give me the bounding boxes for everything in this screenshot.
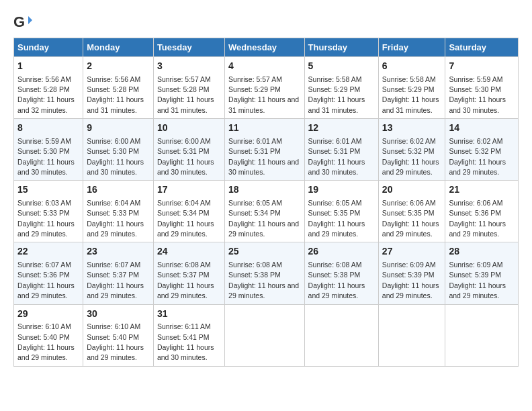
day-info: Sunrise: 6:02 AMSunset: 5:32 PMDaylight:…: [449, 137, 506, 176]
day-info: Sunrise: 6:08 AMSunset: 5:38 PMDaylight:…: [308, 261, 365, 300]
day-info: Sunrise: 5:57 AMSunset: 5:29 PMDaylight:…: [228, 75, 299, 114]
calendar-table: SundayMondayTuesdayWednesdayThursdayFrid…: [13, 38, 519, 367]
day-number: 15: [17, 183, 79, 197]
calendar-cell: 20 Sunrise: 6:06 AMSunset: 5:35 PMDaylig…: [378, 181, 445, 242]
calendar-cell: 9 Sunrise: 6:00 AMSunset: 5:30 PMDayligh…: [83, 119, 154, 181]
calendar-cell: 18 Sunrise: 6:05 AMSunset: 5:34 PMDaylig…: [225, 181, 304, 242]
calendar-cell: 16 Sunrise: 6:04 AMSunset: 5:33 PMDaylig…: [83, 181, 154, 242]
day-info: Sunrise: 6:09 AMSunset: 5:39 PMDaylight:…: [449, 261, 506, 300]
weekday-header-saturday: Saturday: [445, 38, 519, 57]
day-number: 18: [228, 183, 300, 197]
day-info: Sunrise: 6:08 AMSunset: 5:38 PMDaylight:…: [228, 261, 299, 300]
day-info: Sunrise: 5:56 AMSunset: 5:28 PMDaylight:…: [17, 75, 75, 114]
calendar-cell: 24 Sunrise: 6:08 AMSunset: 5:37 PMDaylig…: [153, 242, 224, 304]
day-info: Sunrise: 5:56 AMSunset: 5:28 PMDaylight:…: [87, 75, 144, 114]
day-info: Sunrise: 6:04 AMSunset: 5:33 PMDaylight:…: [87, 199, 144, 238]
day-number: 12: [308, 122, 375, 135]
day-number: 13: [382, 122, 442, 135]
day-number: 10: [157, 122, 221, 135]
day-number: 4: [228, 60, 300, 73]
day-info: Sunrise: 6:00 AMSunset: 5:31 PMDaylight:…: [157, 137, 214, 176]
day-info: Sunrise: 6:02 AMSunset: 5:32 PMDaylight:…: [382, 137, 439, 176]
day-number: 19: [308, 183, 375, 197]
logo-icon: G: [13, 13, 32, 32]
calendar-week-row: 22 Sunrise: 6:07 AMSunset: 5:36 PMDaylig…: [14, 242, 519, 304]
day-number: 30: [87, 308, 150, 321]
calendar-cell: 21 Sunrise: 6:06 AMSunset: 5:36 PMDaylig…: [445, 181, 519, 242]
day-info: Sunrise: 5:57 AMSunset: 5:28 PMDaylight:…: [157, 75, 214, 114]
day-info: Sunrise: 6:07 AMSunset: 5:37 PMDaylight:…: [87, 261, 144, 300]
calendar-cell: 8 Sunrise: 5:59 AMSunset: 5:30 PMDayligh…: [14, 119, 83, 181]
logo: G: [13, 13, 35, 32]
day-info: Sunrise: 6:01 AMSunset: 5:31 PMDaylight:…: [228, 137, 299, 176]
calendar-cell: 3 Sunrise: 5:57 AMSunset: 5:28 PMDayligh…: [153, 57, 224, 119]
calendar-cell: 12 Sunrise: 6:01 AMSunset: 5:31 PMDaylig…: [304, 119, 378, 181]
day-number: 26: [308, 245, 375, 259]
calendar-cell: 11 Sunrise: 6:01 AMSunset: 5:31 PMDaylig…: [225, 119, 304, 181]
svg-text:G: G: [13, 13, 25, 30]
day-number: 31: [157, 308, 221, 321]
day-info: Sunrise: 6:06 AMSunset: 5:36 PMDaylight:…: [449, 199, 506, 238]
day-number: 6: [382, 60, 442, 73]
day-info: Sunrise: 5:58 AMSunset: 5:29 PMDaylight:…: [308, 75, 365, 114]
day-info: Sunrise: 6:06 AMSunset: 5:35 PMDaylight:…: [382, 199, 439, 238]
calendar-cell: [225, 304, 304, 366]
day-number: 9: [87, 122, 150, 135]
day-number: 7: [449, 60, 515, 73]
weekday-header-row: SundayMondayTuesdayWednesdayThursdayFrid…: [14, 38, 519, 57]
day-number: 8: [17, 122, 79, 135]
day-info: Sunrise: 5:59 AMSunset: 5:30 PMDaylight:…: [17, 137, 75, 176]
day-info: Sunrise: 6:00 AMSunset: 5:30 PMDaylight:…: [87, 137, 144, 176]
day-info: Sunrise: 6:05 AMSunset: 5:35 PMDaylight:…: [308, 199, 365, 238]
day-number: 25: [228, 245, 300, 259]
day-info: Sunrise: 6:03 AMSunset: 5:33 PMDaylight:…: [17, 199, 75, 238]
weekday-header-sunday: Sunday: [14, 38, 83, 57]
day-number: 29: [17, 308, 79, 321]
day-info: Sunrise: 6:10 AMSunset: 5:40 PMDaylight:…: [17, 322, 75, 361]
weekday-header-friday: Friday: [378, 38, 445, 57]
day-info: Sunrise: 6:07 AMSunset: 5:36 PMDaylight:…: [17, 261, 75, 300]
day-number: 5: [308, 60, 375, 73]
weekday-header-wednesday: Wednesday: [225, 38, 304, 57]
calendar-cell: 7 Sunrise: 5:59 AMSunset: 5:30 PMDayligh…: [445, 57, 519, 119]
svg-marker-1: [28, 16, 32, 24]
calendar-cell: 22 Sunrise: 6:07 AMSunset: 5:36 PMDaylig…: [14, 242, 83, 304]
calendar-cell: 10 Sunrise: 6:00 AMSunset: 5:31 PMDaylig…: [153, 119, 224, 181]
day-number: 20: [382, 183, 442, 197]
day-info: Sunrise: 6:05 AMSunset: 5:34 PMDaylight:…: [228, 199, 299, 238]
calendar-week-row: 1 Sunrise: 5:56 AMSunset: 5:28 PMDayligh…: [14, 57, 519, 119]
calendar-cell: 25 Sunrise: 6:08 AMSunset: 5:38 PMDaylig…: [225, 242, 304, 304]
calendar-cell: [445, 304, 519, 366]
calendar-cell: 23 Sunrise: 6:07 AMSunset: 5:37 PMDaylig…: [83, 242, 154, 304]
calendar-week-row: 15 Sunrise: 6:03 AMSunset: 5:33 PMDaylig…: [14, 181, 519, 242]
day-number: 17: [157, 183, 221, 197]
day-info: Sunrise: 6:10 AMSunset: 5:40 PMDaylight:…: [87, 322, 144, 361]
calendar-cell: 1 Sunrise: 5:56 AMSunset: 5:28 PMDayligh…: [14, 57, 83, 119]
calendar-cell: 17 Sunrise: 6:04 AMSunset: 5:34 PMDaylig…: [153, 181, 224, 242]
day-info: Sunrise: 6:11 AMSunset: 5:41 PMDaylight:…: [157, 322, 214, 361]
day-number: 3: [157, 60, 221, 73]
calendar-cell: 30 Sunrise: 6:10 AMSunset: 5:40 PMDaylig…: [83, 304, 154, 366]
day-number: 14: [449, 122, 515, 135]
day-number: 28: [449, 245, 515, 259]
day-info: Sunrise: 5:58 AMSunset: 5:29 PMDaylight:…: [382, 75, 439, 114]
calendar-cell: 4 Sunrise: 5:57 AMSunset: 5:29 PMDayligh…: [225, 57, 304, 119]
day-number: 24: [157, 245, 221, 259]
day-number: 11: [228, 122, 300, 135]
calendar-cell: 2 Sunrise: 5:56 AMSunset: 5:28 PMDayligh…: [83, 57, 154, 119]
day-info: Sunrise: 6:01 AMSunset: 5:31 PMDaylight:…: [308, 137, 365, 176]
day-number: 2: [87, 60, 150, 73]
weekday-header-tuesday: Tuesday: [153, 38, 224, 57]
day-number: 21: [449, 183, 515, 197]
calendar-cell: 28 Sunrise: 6:09 AMSunset: 5:39 PMDaylig…: [445, 242, 519, 304]
calendar-cell: 27 Sunrise: 6:09 AMSunset: 5:39 PMDaylig…: [378, 242, 445, 304]
day-info: Sunrise: 6:08 AMSunset: 5:37 PMDaylight:…: [157, 261, 214, 300]
calendar-cell: 15 Sunrise: 6:03 AMSunset: 5:33 PMDaylig…: [14, 181, 83, 242]
day-number: 1: [17, 60, 79, 73]
calendar-cell: [304, 304, 378, 366]
calendar-week-row: 8 Sunrise: 5:59 AMSunset: 5:30 PMDayligh…: [14, 119, 519, 181]
calendar-cell: 29 Sunrise: 6:10 AMSunset: 5:40 PMDaylig…: [14, 304, 83, 366]
day-info: Sunrise: 5:59 AMSunset: 5:30 PMDaylight:…: [449, 75, 506, 114]
calendar-cell: [378, 304, 445, 366]
day-number: 27: [382, 245, 442, 259]
